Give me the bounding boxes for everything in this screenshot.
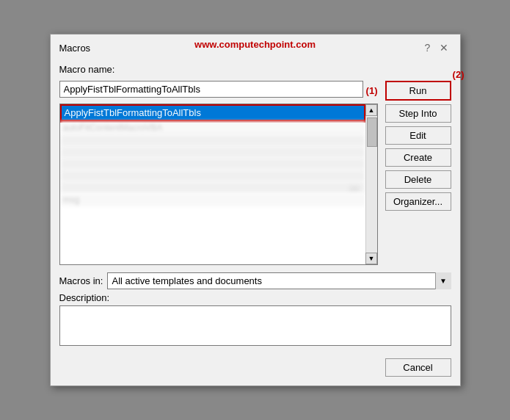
run-button[interactable]: Run: [385, 81, 451, 101]
macros-in-row: Macros in: All active templates and docu…: [59, 272, 451, 289]
macro-list-container: ApplyFistTblFormattingToAllTbls autoFitC…: [59, 104, 378, 265]
list-item[interactable]: [60, 158, 365, 170]
left-panel: (1) ApplyFistTblFormattingToAllTbls auto…: [59, 81, 378, 265]
list-item[interactable]: [60, 134, 365, 146]
list-item[interactable]: ApplyFistTblFormattingToAllTbls: [60, 104, 365, 121]
cancel-button[interactable]: Cancel: [385, 358, 451, 377]
scroll-down-button[interactable]: ▼: [365, 253, 377, 264]
bottom-section: Macros in: All active templates and docu…: [59, 272, 451, 348]
annotation-2: (2): [453, 69, 465, 80]
macros-in-select-wrapper: All active templates and documents Norma…: [107, 272, 451, 289]
create-button[interactable]: Create: [385, 148, 451, 167]
watermark: www.computechpoint.com: [194, 39, 316, 50]
title-bar-controls: ? ✕: [420, 40, 451, 55]
run-btn-wrapper: Run (2): [385, 81, 451, 101]
scroll-track: [366, 116, 377, 253]
macro-name-input-row: (1): [59, 81, 378, 101]
step-into-button[interactable]: Step Into: [385, 104, 451, 123]
list-item[interactable]: msg: [60, 193, 365, 206]
delete-button[interactable]: Delete: [385, 170, 451, 189]
macros-dialog: Macros www.computechpoint.com ? ✕ Macro …: [50, 34, 461, 386]
organizer-button[interactable]: Organizer...: [385, 192, 451, 211]
macro-list[interactable]: ApplyFistTblFormattingToAllTbls autoFitC…: [60, 104, 365, 264]
description-label: Description:: [59, 292, 451, 303]
list-item[interactable]: autoFitContentMacroVBA: [60, 121, 365, 134]
scroll-up-button[interactable]: ▲: [365, 104, 377, 116]
macro-name-input[interactable]: [59, 81, 363, 98]
title-bar: Macros www.computechpoint.com ? ✕: [51, 35, 460, 58]
footer-row: Cancel: [59, 358, 451, 377]
list-item[interactable]: [60, 170, 365, 181]
dialog-body: Macro name: (1) ApplyFistTblFormattingTo…: [51, 58, 460, 385]
close-button[interactable]: ✕: [437, 40, 451, 55]
right-buttons: Run (2) Step Into Edit Create Delete Org…: [385, 81, 451, 211]
dialog-title: Macros: [59, 43, 91, 54]
list-item[interactable]: ze: [60, 181, 365, 193]
content-row: (1) ApplyFistTblFormattingToAllTbls auto…: [59, 81, 451, 265]
macro-name-label: Macro name:: [59, 64, 451, 75]
macros-in-label: Macros in:: [59, 275, 103, 286]
scroll-thumb[interactable]: [367, 117, 377, 147]
scrollbar[interactable]: ▲ ▼: [365, 104, 377, 264]
annotation-1: (1): [366, 85, 378, 96]
edit-button[interactable]: Edit: [385, 126, 451, 145]
list-item[interactable]: [60, 146, 365, 158]
macros-in-select[interactable]: All active templates and documents Norma…: [107, 272, 451, 289]
help-button[interactable]: ?: [420, 40, 435, 55]
description-textarea[interactable]: [59, 305, 451, 346]
